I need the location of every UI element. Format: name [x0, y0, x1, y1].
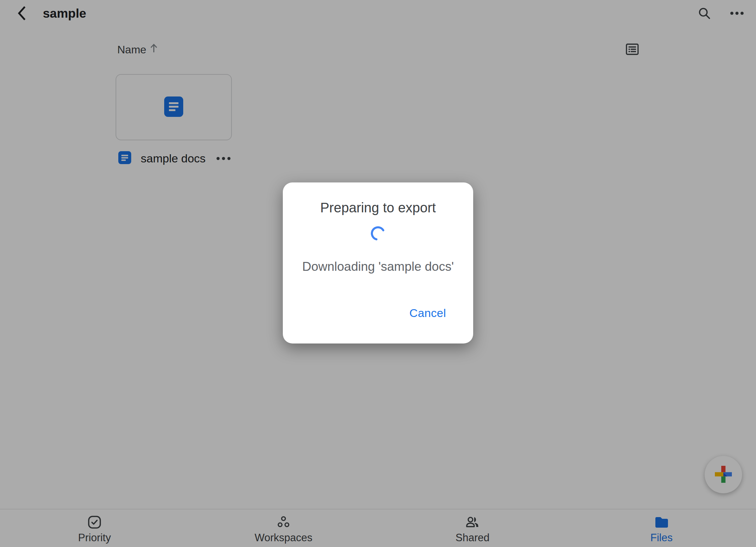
- cancel-button[interactable]: Cancel: [409, 306, 446, 320]
- preparing-to-export-dialog: Preparing to export Downloading 'sample …: [283, 182, 473, 343]
- dialog-title: Preparing to export: [283, 200, 473, 215]
- progress-spinner-icon: [370, 226, 386, 243]
- dialog-message: Downloading 'sample docs': [283, 260, 473, 274]
